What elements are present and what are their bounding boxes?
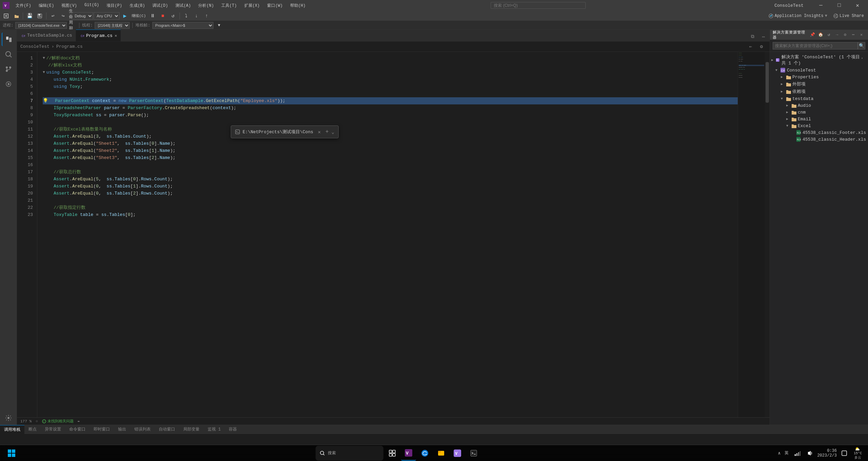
menu-help[interactable]: 帮助(H) bbox=[287, 2, 309, 9]
external-folder[interactable]: ▶ 外部项 bbox=[770, 80, 868, 88]
taskview-btn[interactable] bbox=[385, 446, 400, 461]
thread-dropdown[interactable]: [21648] 主线程 bbox=[95, 22, 130, 29]
save-all-btn[interactable] bbox=[35, 12, 44, 20]
zoom-control[interactable]: ○ bbox=[36, 419, 38, 423]
network-tray-icon[interactable] bbox=[793, 448, 802, 458]
panel-forward-btn[interactable]: → bbox=[833, 31, 841, 39]
solution-root[interactable]: ▶ S 解决方案 'ConsoleTest' (1 个项目，共 1 个) bbox=[770, 53, 868, 67]
panel-filter-btn[interactable]: ⚙ bbox=[842, 31, 849, 39]
menu-test[interactable]: 测试(A) bbox=[172, 2, 194, 9]
redo-btn[interactable]: ↪ bbox=[58, 12, 68, 20]
menu-file[interactable]: 文件(F) bbox=[12, 2, 35, 9]
editor-scrollbar[interactable] bbox=[765, 52, 770, 417]
new-project-btn[interactable] bbox=[1, 12, 11, 20]
more-tabs-btn[interactable]: ⋯ bbox=[759, 32, 768, 41]
panel-refresh-btn[interactable]: ↺ bbox=[825, 31, 833, 39]
pause-btn[interactable]: ⏸ bbox=[148, 12, 157, 20]
tab-testdatasample[interactable]: C# TestDataSample.cs bbox=[17, 29, 76, 41]
code-content[interactable]: ▼ //解析docx文档 //解析xlsx文档 ▼ using ConsoleT… bbox=[37, 52, 738, 417]
collapse-btn-3[interactable]: ▼ bbox=[43, 69, 45, 76]
bottom-tab-containers[interactable]: 容器 bbox=[225, 425, 241, 434]
split-editor-btn[interactable]: ⧉ bbox=[748, 32, 757, 41]
panel-close-btn[interactable]: ✕ bbox=[858, 31, 865, 39]
weather-widget[interactable]: 15°C 多云 bbox=[852, 446, 864, 460]
menu-tools[interactable]: 工具(T) bbox=[218, 2, 240, 9]
sidebar-explorer[interactable] bbox=[2, 33, 15, 46]
menu-window[interactable]: 窗口(W) bbox=[264, 2, 286, 9]
live-share-btn[interactable]: Live Share bbox=[831, 13, 867, 19]
bottom-tab-immediate[interactable]: 即时窗口 bbox=[90, 425, 114, 434]
bottom-tab-exceptions[interactable]: 异常设置 bbox=[41, 425, 65, 434]
project-root[interactable]: ▼ C# ConsoleTest bbox=[770, 67, 868, 74]
start-button[interactable] bbox=[4, 446, 19, 461]
popup-close-btn[interactable]: ✕ bbox=[316, 128, 323, 135]
excel-file-1[interactable]: XLS 45538_classic_Footer.xls bbox=[770, 129, 868, 136]
vs-taskbar-icon[interactable]: V bbox=[401, 446, 416, 461]
volume-tray-icon[interactable] bbox=[805, 448, 814, 458]
testdata-folder[interactable]: ▼ testdata bbox=[770, 95, 868, 102]
menu-debug[interactable]: 调试(D) bbox=[149, 2, 171, 9]
popup-add-btn[interactable]: + bbox=[325, 129, 329, 135]
step-out-btn[interactable]: ↑ bbox=[202, 12, 211, 20]
maximize-button[interactable]: □ bbox=[831, 0, 847, 11]
cnm-folder[interactable]: ▶ cnm bbox=[770, 109, 868, 116]
title-search-input[interactable] bbox=[491, 2, 586, 9]
menu-edit[interactable]: 编辑(E) bbox=[35, 2, 58, 9]
sidebar-settings[interactable] bbox=[2, 411, 15, 425]
bottom-tab-command[interactable]: 命令窗口 bbox=[65, 425, 90, 434]
stack-dropdown[interactable]: Program.<Main>$ bbox=[152, 22, 213, 29]
menu-git[interactable]: Git(G) bbox=[81, 2, 102, 9]
panel-pin-btn[interactable]: 📌 bbox=[809, 31, 816, 39]
tab-program-close[interactable]: ✕ bbox=[115, 33, 117, 38]
solution-search-input[interactable] bbox=[773, 42, 858, 49]
stop-btn[interactable]: ■ bbox=[158, 12, 168, 20]
lightbulb-icon[interactable]: 💡 bbox=[43, 97, 48, 104]
collapse-all-btn[interactable]: ⇐ bbox=[746, 42, 755, 52]
clock-display[interactable]: 0:36 2023/2/3 bbox=[817, 448, 837, 458]
close-button[interactable]: ✕ bbox=[850, 0, 865, 11]
lifecycle-btn[interactable]: 生命周期事件 bbox=[69, 22, 76, 29]
step-into-btn[interactable]: ↓ bbox=[192, 12, 201, 20]
tray-expand-icon[interactable]: ∧ bbox=[778, 450, 781, 456]
excel-folder[interactable]: ▼ Excel bbox=[770, 122, 868, 129]
tray-expand[interactable]: ∧ bbox=[778, 450, 781, 456]
email-folder[interactable]: ▶ Email bbox=[770, 116, 868, 122]
open-btn[interactable] bbox=[12, 12, 21, 20]
properties-folder[interactable]: ▶ Properties bbox=[770, 74, 868, 80]
sidebar-debug[interactable] bbox=[2, 77, 15, 91]
sidebar-git[interactable] bbox=[2, 62, 15, 76]
format-btn[interactable]: ✒ bbox=[78, 419, 80, 423]
undo-btn[interactable]: ↩ bbox=[48, 12, 58, 20]
search-taskbar[interactable]: 搜索 bbox=[316, 446, 383, 461]
step-over-btn[interactable]: ⤵ bbox=[182, 12, 191, 20]
collapse-btn-1[interactable]: ▼ bbox=[43, 55, 45, 62]
solution-search-btn[interactable]: 🔍 bbox=[858, 42, 865, 49]
keyboard-lang[interactable]: 英 bbox=[783, 449, 790, 458]
explorer-taskbar-icon[interactable] bbox=[434, 446, 449, 461]
bottom-tab-callstack[interactable]: 调用堆栈 bbox=[0, 425, 24, 434]
sidebar-search[interactable] bbox=[2, 47, 15, 61]
platform-dropdown[interactable]: Any CPU bbox=[94, 12, 119, 20]
restart-btn[interactable]: ↺ bbox=[168, 12, 178, 20]
bottom-tab-locals[interactable]: 局部变量 bbox=[179, 425, 204, 434]
menu-extensions[interactable]: 扩展(X) bbox=[241, 2, 263, 9]
application-insights-btn[interactable]: Application Insights ▼ bbox=[766, 13, 830, 19]
popup-dropdown-btn[interactable]: ⌄ bbox=[332, 129, 334, 135]
run-btn[interactable]: ▶ bbox=[120, 12, 130, 20]
scrollbar-thumb[interactable] bbox=[766, 62, 769, 103]
audio-folder[interactable]: ▶ Audio bbox=[770, 102, 868, 109]
stack-expand-btn[interactable]: ▼ bbox=[215, 22, 223, 29]
bottom-tab-auto[interactable]: 自动窗口 bbox=[155, 425, 179, 434]
panel-more-btn[interactable]: ⋯ bbox=[850, 31, 857, 39]
menu-project[interactable]: 项目(P) bbox=[103, 2, 126, 9]
save-btn[interactable]: 💾 bbox=[25, 12, 34, 20]
excel-file-2[interactable]: XLS 45538_classic_Header.xls bbox=[770, 136, 868, 143]
editor-settings-btn[interactable]: ⚙ bbox=[757, 42, 766, 52]
bottom-tab-watch[interactable]: 监视 1 bbox=[204, 425, 225, 434]
tab-program[interactable]: C# Program.cs ✕ bbox=[76, 29, 121, 41]
minimize-button[interactable]: — bbox=[813, 0, 829, 11]
menu-analyze[interactable]: 分析(N) bbox=[195, 2, 217, 9]
bottom-tab-output[interactable]: 输出 bbox=[114, 425, 130, 434]
panel-home-btn[interactable]: 🏠 bbox=[817, 31, 825, 39]
notification-btn[interactable] bbox=[839, 448, 849, 458]
